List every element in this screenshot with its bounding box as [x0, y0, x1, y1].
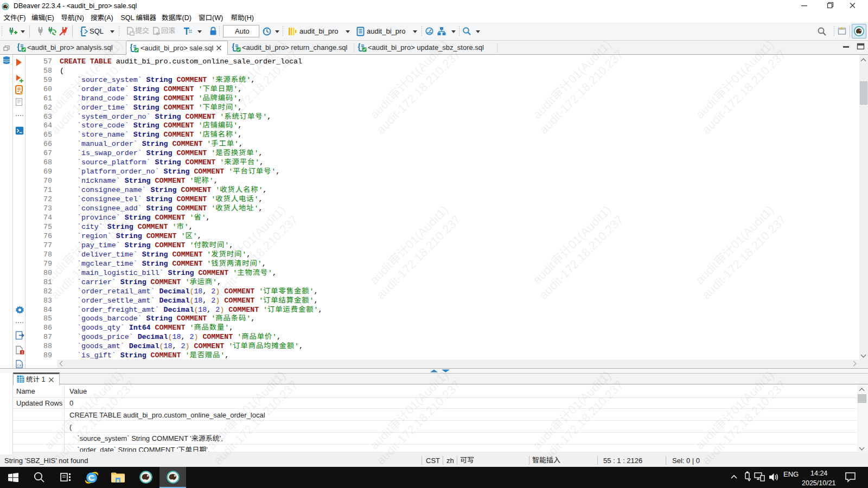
- svg-text:(x): (x): [17, 363, 24, 368]
